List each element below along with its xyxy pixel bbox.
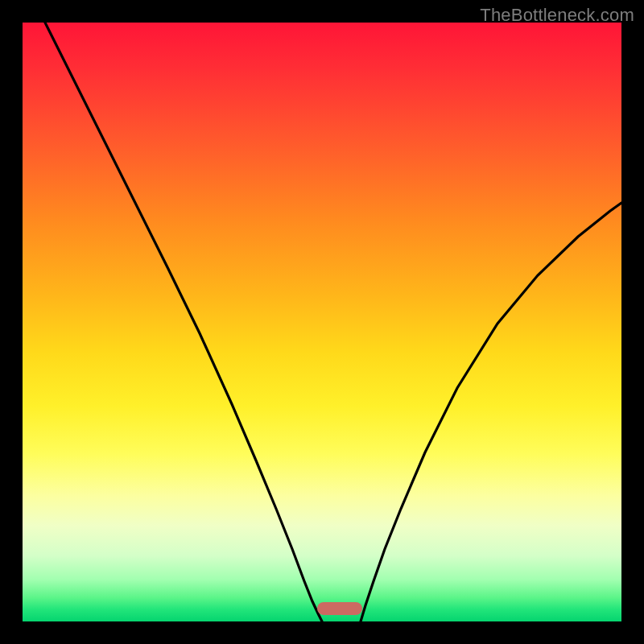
plot-area <box>23 23 621 621</box>
right-curve <box>361 203 621 621</box>
outer-frame: TheBottleneck.com <box>0 0 644 644</box>
curves-svg <box>23 23 621 621</box>
watermark-text: TheBottleneck.com <box>480 5 634 26</box>
left-curve <box>45 23 322 621</box>
bottleneck-marker <box>317 602 362 615</box>
